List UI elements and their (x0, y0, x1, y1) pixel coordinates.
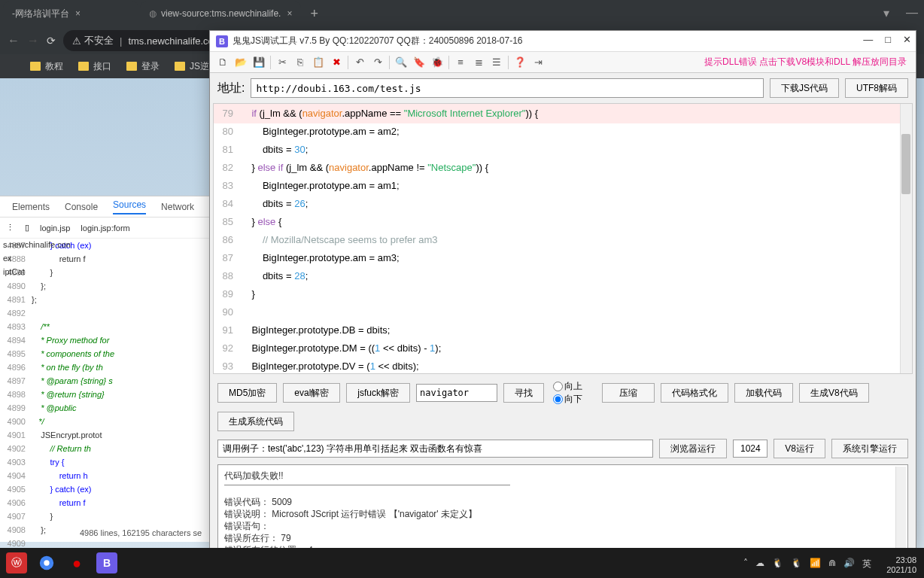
code-editor[interactable]: 79 if (j_lm && (navigator.appName == "Mi… (213, 103, 913, 374)
code-line[interactable]: 4893 /** (0, 320, 211, 333)
find-icon[interactable]: 🔍 (393, 54, 409, 71)
close-icon[interactable]: × (287, 8, 292, 19)
utf8-decode-button[interactable]: UTF8解码 (845, 78, 908, 98)
scrollbar-thumb[interactable] (901, 134, 910, 194)
code-line[interactable]: 4897 * @param {string} s (0, 374, 211, 388)
call-example-input[interactable] (217, 440, 653, 458)
find-button[interactable]: 寻找 (503, 383, 544, 403)
bookmark-item[interactable]: 登录 (126, 60, 160, 73)
code-line[interactable]: 4896 * on the fly (by th (0, 360, 211, 374)
scrollbar-vertical[interactable] (900, 104, 912, 373)
code-line[interactable]: 92 BigInteger.prototype.DM = ((1 << dbit… (214, 339, 912, 357)
gen-sys-button[interactable]: 生成系统代码 (217, 412, 294, 431)
close-icon[interactable]: ✕ (903, 34, 911, 45)
code-line[interactable]: 4900 */ (0, 415, 211, 428)
clock[interactable]: 23:08 2021/10 (886, 555, 916, 575)
bootstrap-icon[interactable]: B (96, 552, 117, 573)
help-icon[interactable]: ❓ (512, 54, 528, 71)
code-line[interactable]: 90 (214, 303, 912, 321)
volume-icon[interactable]: 🔊 (843, 558, 855, 570)
code-line[interactable]: 4904 return h (0, 469, 211, 482)
radio-up[interactable]: 向上 (553, 380, 582, 393)
copy-icon[interactable]: ⎘ (292, 54, 309, 71)
tray-icon[interactable]: ☁ (755, 558, 764, 570)
exit-icon[interactable]: ⇥ (530, 54, 546, 71)
chrome-icon[interactable] (36, 552, 57, 573)
chevron-up-icon[interactable]: ˄ (743, 558, 748, 570)
code-line[interactable]: 89 } (214, 284, 912, 303)
reload-icon[interactable]: ⟳ (47, 35, 56, 47)
code-line[interactable]: 4902 // Return th (0, 442, 211, 455)
code-line[interactable]: 4890 }; (0, 279, 211, 293)
code-line[interactable]: 4894 * Proxy method for (0, 333, 211, 347)
tab-sources[interactable]: Sources (113, 199, 146, 214)
code-line[interactable]: 91 BigInteger.prototype.DB = dbits; (214, 321, 912, 339)
v8-run-button[interactable]: V8运行 (774, 439, 825, 458)
bookmark-item[interactable]: 接口 (78, 60, 111, 73)
app-icon[interactable]: ⓦ (6, 552, 27, 573)
compress-button[interactable]: 压缩 (602, 383, 655, 403)
code-line[interactable]: 84 dbits = 26; (214, 194, 912, 212)
tab-network[interactable]: Network (161, 202, 194, 212)
indent-icon[interactable]: ≡ (452, 54, 469, 71)
code-line[interactable]: 81 dbits = 30; (214, 140, 912, 158)
list-icon[interactable]: ☰ (488, 54, 505, 71)
dll-warning[interactable]: 提示DLL错误 点击下载V8模块和DLL 解压放同目录 (704, 56, 907, 68)
code-line[interactable]: 82 } else if (j_lm && (navigator.appName… (214, 158, 912, 176)
code-line[interactable]: 4899 * @public (0, 401, 211, 415)
tab-console[interactable]: Console (65, 202, 98, 212)
window-titlebar[interactable]: B 鬼鬼JS调试工具 v7.5 By QQ:120220707 QQ群：2400… (210, 31, 916, 52)
new-icon[interactable]: 🗋 (214, 54, 231, 71)
tree-item[interactable]: ex (3, 251, 71, 265)
file-tab[interactable]: login.jsp:form (81, 224, 129, 233)
load-code-button[interactable]: 加载代码 (734, 383, 793, 403)
file-tab[interactable]: login.jsp (40, 224, 70, 233)
sys-engine-run-button[interactable]: 系统引擎运行 (831, 439, 908, 458)
record-icon[interactable]: ● (66, 552, 87, 573)
cut-icon[interactable]: ✂ (274, 54, 290, 71)
code-line[interactable]: 87 BigInteger.prototype.am = am3; (214, 248, 912, 266)
search-input[interactable] (416, 384, 497, 402)
scrollbar-vertical[interactable] (895, 467, 906, 549)
code-line[interactable]: 4891}; (0, 293, 211, 306)
tab-elements[interactable]: Elements (12, 202, 50, 212)
menu-icon[interactable]: ⋮ (6, 223, 14, 233)
tray-icon[interactable]: 🐧 (791, 558, 802, 570)
delete-icon[interactable]: ✖ (328, 54, 345, 71)
code-line[interactable]: 88 dbits = 28; (214, 266, 912, 284)
ime-label[interactable]: 英 (862, 558, 871, 570)
sidebar-icon[interactable]: ▯ (25, 223, 29, 233)
code-line[interactable]: 4905 } catch (ex) (0, 482, 211, 496)
code-line[interactable]: 83 BigInteger.prototype.am = am1; (214, 176, 912, 194)
tray-icon[interactable]: 🐧 (772, 558, 783, 570)
code-line[interactable]: 85 } else { (214, 212, 912, 230)
minimize-icon[interactable]: — (863, 34, 873, 45)
wifi-icon[interactable]: ⋒ (828, 558, 836, 570)
code-line[interactable]: 4901 JSEncrypt.protot (0, 428, 211, 442)
save-icon[interactable]: 💾 (251, 54, 267, 71)
bookmark-icon[interactable]: 🔖 (411, 54, 427, 71)
download-js-button[interactable]: 下载JS代码 (770, 78, 839, 98)
browser-tab-1[interactable]: -网络培训平台 × (3, 2, 138, 26)
code-line[interactable]: 93 BigInteger.prototype.DV = (1 << dbits… (214, 357, 912, 374)
close-icon[interactable]: × (75, 8, 81, 19)
browser-tab-2[interactable]: ◍ view-source:tms.newchinalife. × (140, 2, 301, 26)
paste-icon[interactable]: 📋 (310, 54, 327, 71)
number-input[interactable] (733, 440, 767, 458)
code-line[interactable]: 4907 } (0, 510, 211, 523)
browser-run-button[interactable]: 浏览器运行 (659, 439, 727, 458)
tree-item[interactable]: iptCat (3, 265, 71, 278)
code-line[interactable]: 4906 return f (0, 496, 211, 510)
undo-icon[interactable]: ↶ (351, 54, 368, 71)
code-line[interactable]: 86 // Mozilla/Netscape seems to prefer a… (214, 230, 912, 248)
code-line[interactable]: 80 BigInteger.prototype.am = am2; (214, 122, 912, 140)
code-line[interactable]: 4898 * @return {string} (0, 388, 211, 401)
output-panel[interactable]: 代码加载失败!! 错误代码： 5009 错误说明： Microsoft JScr… (217, 464, 908, 553)
gen-v8-button[interactable]: 生成V8代码 (799, 383, 869, 403)
outdent-icon[interactable]: ≣ (470, 54, 487, 71)
minimize-icon[interactable]: ▾ (883, 6, 894, 17)
new-tab-button[interactable]: + (302, 6, 326, 22)
code-line[interactable]: 4892 (0, 306, 211, 320)
maximize-icon[interactable]: □ (885, 34, 891, 45)
redo-icon[interactable]: ↷ (369, 54, 386, 71)
